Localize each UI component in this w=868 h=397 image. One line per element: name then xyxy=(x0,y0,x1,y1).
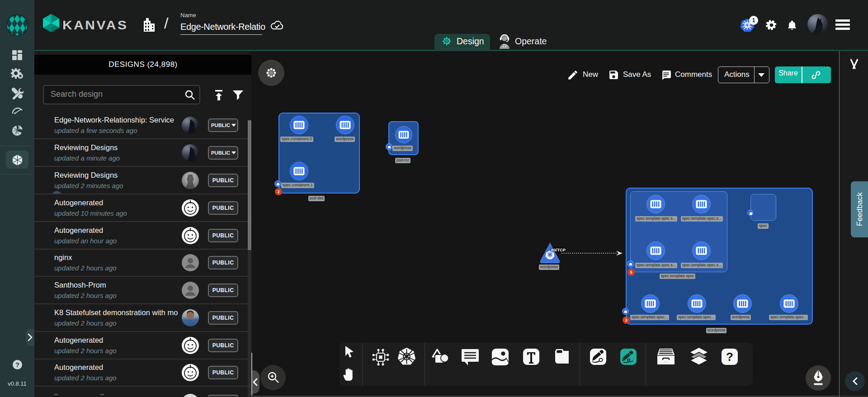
svg-text:?: ? xyxy=(15,361,19,369)
svg-text:?: ? xyxy=(726,350,733,364)
